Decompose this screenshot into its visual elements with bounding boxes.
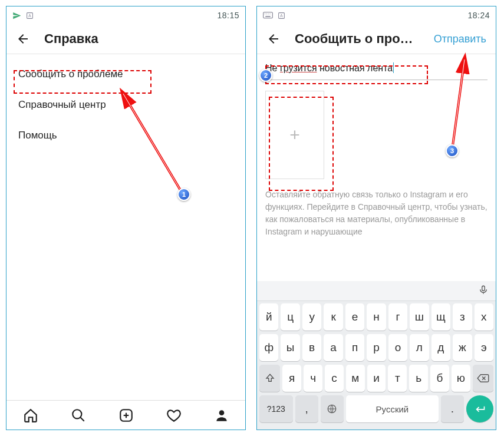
status-bar: A 18:24 bbox=[257, 6, 496, 24]
app-bar: Справка bbox=[6, 24, 245, 54]
key-с[interactable]: с bbox=[325, 365, 344, 392]
key-ж[interactable]: ж bbox=[453, 334, 472, 361]
app-square-icon: A bbox=[278, 12, 285, 19]
step-badge-3: 3 bbox=[446, 144, 459, 157]
input-text-underline: грузится bbox=[280, 63, 317, 73]
svg-point-4 bbox=[73, 409, 81, 418]
bottom-nav bbox=[6, 400, 245, 430]
key-з[interactable]: з bbox=[453, 303, 472, 331]
add-attachment-button[interactable]: + bbox=[265, 91, 324, 179]
svg-point-9 bbox=[219, 410, 224, 415]
phone-left: A 18:15 Справка Сообщить о проблеме Спра… bbox=[6, 6, 246, 430]
key-э[interactable]: э bbox=[475, 334, 493, 361]
key-щ[interactable]: щ bbox=[431, 303, 450, 331]
numeric-key[interactable]: ?123 bbox=[259, 395, 293, 422]
key-б[interactable]: б bbox=[430, 365, 449, 392]
submit-button[interactable]: Отправить bbox=[434, 33, 486, 45]
globe-key[interactable] bbox=[321, 395, 344, 422]
key-й[interactable]: й bbox=[259, 303, 278, 331]
menu-list: Сообщить о проблеме Справочный центр Пом… bbox=[6, 54, 245, 156]
profile-icon[interactable] bbox=[214, 408, 229, 423]
keyboard-status-icon bbox=[263, 12, 273, 19]
key-и[interactable]: и bbox=[367, 365, 386, 392]
back-icon[interactable] bbox=[16, 32, 30, 46]
key-ш[interactable]: ш bbox=[410, 303, 429, 331]
key-е[interactable]: е bbox=[345, 303, 364, 331]
key-у[interactable]: у bbox=[302, 303, 321, 331]
key-д[interactable]: д bbox=[431, 334, 450, 361]
key-ю[interactable]: ю bbox=[452, 365, 470, 392]
disclaimer-text: Оставляйте обратную связь только о Insta… bbox=[265, 189, 487, 238]
menu-item-help-center[interactable]: Справочный центр bbox=[6, 90, 245, 120]
app-bar: Сообщить о пробл… Отправить bbox=[257, 24, 496, 54]
svg-rect-10 bbox=[263, 12, 273, 18]
mic-icon[interactable] bbox=[478, 285, 489, 298]
status-bar: A 18:15 bbox=[6, 6, 245, 24]
clock: 18:15 bbox=[217, 11, 239, 20]
enter-key[interactable] bbox=[466, 395, 493, 422]
key-я[interactable]: я bbox=[282, 365, 301, 392]
key-о[interactable]: о bbox=[388, 334, 407, 361]
key-х[interactable]: х bbox=[475, 303, 493, 331]
key-в[interactable]: в bbox=[302, 334, 321, 361]
key-ц[interactable]: ц bbox=[281, 303, 299, 331]
home-icon[interactable] bbox=[23, 408, 38, 423]
heart-icon[interactable] bbox=[166, 408, 182, 423]
key-ф[interactable]: ф bbox=[259, 334, 278, 361]
svg-line-5 bbox=[80, 417, 84, 421]
key-г[interactable]: г bbox=[388, 303, 407, 331]
key-л[interactable]: л bbox=[410, 334, 429, 361]
search-icon[interactable] bbox=[71, 408, 86, 423]
page-title: Сообщить о пробл… bbox=[295, 31, 420, 47]
shift-key[interactable] bbox=[259, 365, 280, 392]
key-т[interactable]: т bbox=[388, 365, 407, 392]
text-cursor bbox=[393, 62, 394, 73]
svg-text:A: A bbox=[280, 14, 283, 18]
problem-input[interactable]: Не грузится новостная лента bbox=[265, 59, 487, 80]
step-badge-2: 2 bbox=[259, 69, 272, 82]
key-р[interactable]: р bbox=[367, 334, 386, 361]
app-square-icon: A bbox=[26, 12, 34, 19]
step-badge-1: 1 bbox=[177, 188, 190, 201]
plus-icon: + bbox=[289, 125, 300, 145]
comma-key[interactable]: , bbox=[295, 395, 318, 422]
key-к[interactable]: к bbox=[324, 303, 342, 331]
key-п[interactable]: п bbox=[345, 334, 364, 361]
clock: 18:24 bbox=[467, 11, 490, 20]
key-н[interactable]: н bbox=[367, 303, 386, 331]
space-key[interactable]: Русский bbox=[346, 395, 439, 422]
back-icon[interactable] bbox=[266, 32, 281, 46]
add-post-icon[interactable] bbox=[118, 408, 134, 423]
key-ы[interactable]: ы bbox=[281, 334, 299, 361]
on-screen-keyboard: йцукенгшщзх фывапролджэ ячсмитьбю ?123 ,… bbox=[257, 281, 496, 430]
backspace-key[interactable] bbox=[473, 365, 493, 392]
key-а[interactable]: а bbox=[324, 334, 342, 361]
key-ч[interactable]: ч bbox=[304, 365, 322, 392]
phone-right: A 18:24 Сообщить о пробл… Отправить Не г… bbox=[256, 6, 496, 430]
period-key[interactable]: . bbox=[441, 395, 464, 422]
send-icon bbox=[12, 11, 21, 20]
page-title: Справка bbox=[44, 31, 236, 47]
key-м[interactable]: м bbox=[346, 365, 365, 392]
report-form: Не грузится новостная лента + Оставляйте… bbox=[257, 54, 496, 238]
menu-item-support[interactable]: Помощь bbox=[6, 120, 245, 151]
input-text-suffix: новостная лента bbox=[317, 63, 393, 73]
keyboard-suggestion-bar[interactable] bbox=[257, 281, 496, 301]
menu-item-report[interactable]: Сообщить о проблеме bbox=[6, 59, 245, 90]
svg-text:A: A bbox=[28, 14, 31, 18]
key-ь[interactable]: ь bbox=[409, 365, 428, 392]
